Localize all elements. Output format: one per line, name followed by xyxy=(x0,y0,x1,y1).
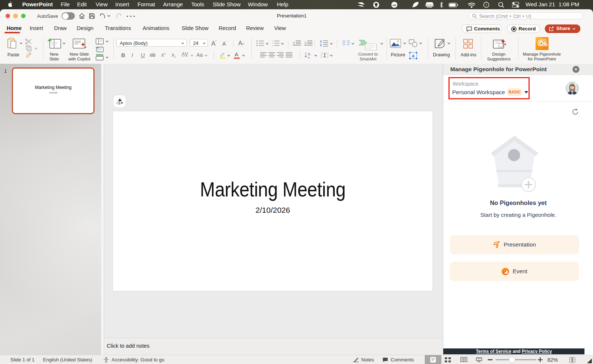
svg-text:A: A xyxy=(308,52,311,56)
svg-text:!: ! xyxy=(486,3,487,7)
svg-text:up: up xyxy=(392,3,396,7)
svg-text:A: A xyxy=(412,54,415,58)
svg-text:3: 3 xyxy=(272,44,273,46)
